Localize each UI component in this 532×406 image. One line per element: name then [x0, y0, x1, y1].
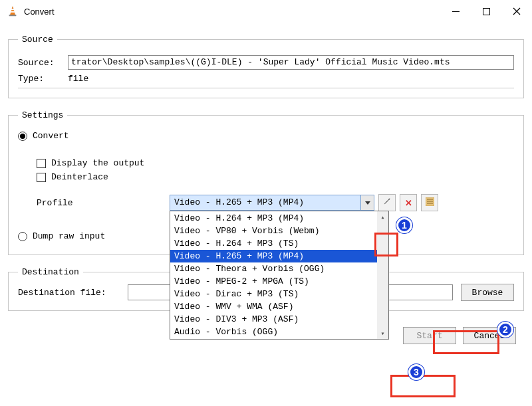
- settings-group: Settings Convert Display the output Dein…: [8, 110, 524, 255]
- dropdown-scrollbar[interactable]: ▴ ▾: [377, 211, 388, 339]
- profile-option[interactable]: Video - H.265 + MP3 (MP4): [170, 250, 377, 262]
- svg-rect-5: [483, 8, 489, 15]
- edit-profile-button[interactable]: [378, 194, 396, 211]
- start-button[interactable]: Start: [403, 327, 456, 344]
- x-icon: ✕: [405, 198, 412, 208]
- profile-option[interactable]: Video - H.264 + MP3 (MP4): [170, 212, 377, 225]
- destination-legend: Destination: [18, 267, 83, 277]
- maximize-button[interactable]: [471, 0, 501, 23]
- wrench-icon: [382, 197, 392, 209]
- source-input[interactable]: trator\Desktop\samples\((G)I-DLE) - 'Sup…: [68, 55, 514, 70]
- deinterlace-label: Deinterlace: [51, 172, 108, 182]
- window-controls: [440, 0, 532, 23]
- svg-marker-0: [10, 7, 15, 15]
- svg-rect-1: [11, 9, 15, 10]
- profile-option[interactable]: Video - Dirac + MP3 (TS): [170, 288, 377, 300]
- scroll-up-icon[interactable]: ▴: [377, 211, 388, 223]
- close-button[interactable]: [501, 0, 532, 23]
- deinterlace-checkbox[interactable]: [37, 173, 46, 182]
- badge-3: 3: [408, 364, 424, 380]
- source-label: Source:: [18, 58, 68, 68]
- settings-legend: Settings: [18, 110, 67, 120]
- destination-file-label: Destination file:: [18, 288, 128, 298]
- new-profile-button[interactable]: [421, 194, 438, 211]
- svg-marker-8: [365, 201, 370, 205]
- browse-button[interactable]: Browse: [461, 284, 514, 301]
- type-label: Type:: [18, 74, 68, 84]
- profile-option[interactable]: Video - Theora + Vorbis (OGG): [170, 262, 377, 275]
- window-title: Convert: [24, 7, 440, 17]
- profile-dropdown-button[interactable]: [360, 195, 374, 210]
- display-output-checkbox[interactable]: [37, 159, 46, 168]
- profile-option[interactable]: Video - DIV3 + MP3 (ASF): [170, 313, 377, 326]
- list-icon: [426, 197, 434, 209]
- vlc-icon: [7, 5, 19, 17]
- delete-profile-button[interactable]: ✕: [400, 194, 417, 211]
- dump-raw-radio[interactable]: [18, 232, 27, 241]
- svg-rect-3: [9, 15, 17, 16]
- cancel-button[interactable]: Cancel: [463, 327, 516, 344]
- display-output-label: Display the output: [51, 158, 144, 168]
- profile-option[interactable]: Video - MPEG-2 + MPGA (TS): [170, 275, 377, 288]
- highlight-3: [390, 375, 456, 397]
- profile-combobox[interactable]: Video - H.265 + MP3 (MP4) Video - H.264 …: [170, 195, 374, 211]
- profile-option[interactable]: Video - H.264 + MP3 (TS): [170, 237, 377, 250]
- chevron-down-icon: [365, 201, 370, 205]
- profile-option[interactable]: Video - VP80 + Vorbis (Webm): [170, 225, 377, 237]
- profile-label: Profile: [37, 198, 170, 208]
- convert-radio[interactable]: [18, 132, 27, 141]
- profile-selected-text: Video - H.265 + MP3 (MP4): [170, 195, 360, 210]
- scroll-down-icon[interactable]: ▾: [377, 328, 388, 339]
- type-value: file: [68, 74, 88, 84]
- profile-dropdown-list: Video - H.264 + MP3 (MP4) Video - VP80 +…: [170, 211, 389, 340]
- profile-option[interactable]: Video - WMV + WMA (ASF): [170, 300, 377, 313]
- source-group: Source Source: trator\Desktop\samples\((…: [8, 35, 524, 98]
- svg-rect-2: [11, 11, 15, 13]
- convert-radio-label: Convert: [33, 131, 69, 141]
- dump-raw-label: Dump raw input: [33, 231, 105, 241]
- source-legend: Source: [18, 35, 57, 45]
- title-bar: Convert: [0, 0, 532, 23]
- minimize-button[interactable]: [440, 0, 471, 23]
- profile-option[interactable]: Audio - Vorbis (OGG): [170, 326, 377, 338]
